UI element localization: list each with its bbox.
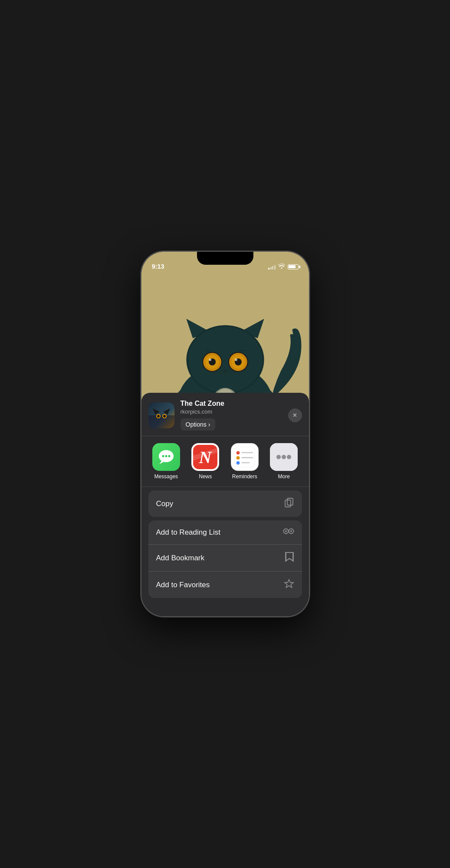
- action-list: Copy Add to Reading List: [141, 487, 309, 602]
- svg-rect-43: [241, 452, 253, 453]
- news-label: News: [199, 473, 212, 480]
- share-header: The Cat Zone rkorpics.com Options › ×: [141, 393, 309, 436]
- svg-point-36: [168, 455, 170, 457]
- app-item-reminders[interactable]: Reminders: [231, 443, 259, 480]
- phone-frame: 9:13: [141, 251, 310, 617]
- battery-icon: [288, 264, 299, 270]
- add-reading-list-label: Add to Reading List: [156, 528, 220, 537]
- app-item-news[interactable]: N News: [191, 443, 219, 480]
- signal-icon: [268, 264, 276, 270]
- svg-point-51: [287, 455, 291, 459]
- bookmark-icon: [285, 552, 294, 564]
- svg-point-34: [162, 455, 164, 457]
- screen: 9:13: [141, 252, 309, 616]
- close-icon: ×: [293, 412, 297, 419]
- share-url: rkorpics.com: [181, 408, 282, 415]
- news-icon: N: [191, 443, 219, 471]
- reminders-label: Reminders: [232, 473, 257, 480]
- status-icons: [268, 263, 299, 270]
- copy-icon: [284, 497, 294, 510]
- more-icon: [270, 443, 298, 471]
- svg-point-50: [282, 455, 286, 459]
- share-title: The Cat Zone: [181, 400, 282, 408]
- messages-label: Messages: [154, 473, 178, 480]
- reading-list-icon: [283, 527, 294, 537]
- add-favorites-action[interactable]: Add to Favorites: [148, 571, 302, 598]
- add-bookmark-label: Add Bookmark: [156, 554, 205, 562]
- share-sheet: The Cat Zone rkorpics.com Options › ×: [141, 393, 309, 616]
- svg-point-56: [285, 530, 287, 532]
- svg-point-44: [236, 456, 240, 460]
- close-button[interactable]: ×: [288, 408, 302, 422]
- svg-rect-47: [241, 462, 250, 464]
- svg-point-30: [157, 415, 160, 418]
- svg-point-57: [290, 530, 292, 532]
- share-app-icon: [148, 402, 174, 428]
- svg-point-35: [165, 455, 167, 457]
- svg-point-11: [209, 358, 211, 361]
- svg-rect-53: [285, 500, 291, 507]
- wifi-icon: [278, 263, 285, 270]
- add-reading-list-action[interactable]: Add to Reading List: [148, 520, 302, 544]
- svg-point-42: [236, 451, 240, 454]
- more-label: More: [278, 473, 290, 480]
- options-chevron: ›: [208, 421, 210, 428]
- bookmark-actions-group: Add to Reading List Add Bookmark: [148, 520, 302, 598]
- add-bookmark-action[interactable]: Add Bookmark: [148, 544, 302, 571]
- app-item-more[interactable]: More: [270, 443, 298, 480]
- share-info: The Cat Zone rkorpics.com Options ›: [181, 400, 282, 431]
- apps-row: Messages N News: [141, 436, 309, 487]
- options-label: Options: [186, 421, 207, 428]
- svg-rect-52: [287, 498, 293, 505]
- favorites-star-icon: [284, 579, 294, 591]
- reminders-icon: [231, 443, 259, 471]
- svg-rect-26: [148, 415, 174, 428]
- copy-label: Copy: [156, 500, 174, 508]
- svg-point-32: [163, 415, 166, 418]
- app-item-messages[interactable]: Messages: [152, 443, 180, 480]
- svg-point-46: [236, 461, 240, 465]
- add-favorites-label: Add to Favorites: [156, 581, 210, 589]
- copy-action[interactable]: Copy: [148, 490, 302, 517]
- options-button[interactable]: Options ›: [181, 418, 216, 431]
- svg-point-49: [276, 455, 281, 459]
- status-time: 9:13: [152, 263, 164, 270]
- messages-icon: [152, 443, 180, 471]
- notch: [197, 252, 253, 265]
- svg-rect-45: [241, 457, 253, 458]
- svg-point-15: [234, 358, 237, 361]
